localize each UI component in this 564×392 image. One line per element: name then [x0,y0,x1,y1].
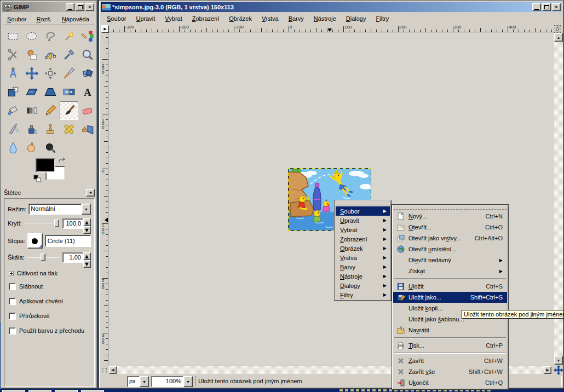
toolbox-menu-npovda[interactable]: Nápověda [57,15,94,24]
tool-zoom-icon[interactable] [78,45,97,64]
brush-name-field[interactable]: Circle (11) [45,235,91,247]
image-menu-obrzek[interactable]: Obrázek [225,14,256,23]
swap-colors-icon[interactable] [57,157,66,165]
scroll-right-icon[interactable]: ▶ [544,366,551,374]
tool-rectangle-select-icon[interactable] [4,27,22,45]
tool-smudge-icon[interactable] [22,139,41,157]
maximize-button[interactable] [542,3,551,11]
mode-select[interactable]: Normální ▼ [28,204,91,215]
context-menu-item-upravit[interactable]: Upravit▶ [336,216,390,225]
checkbox-sl-bnout[interactable]: Slábnout [9,282,92,291]
default-colors-icon[interactable] [33,175,42,183]
tearoff-line[interactable] [336,201,389,205]
tool-blur-icon[interactable] [4,139,22,157]
context-menu-item-nstroje[interactable]: Nástroje▶ [336,272,390,281]
image-menu-upravit[interactable]: Upravit [131,14,159,23]
toolbox-menu-roz[interactable]: Rozš. [32,15,56,24]
taskbar-button[interactable] [2,390,25,392]
file-menu-item-otevt[interactable]: Otevřít...Ctrl+O [393,222,507,233]
checkbox-p-r-stkov-[interactable]: Přírůstkově [9,312,92,320]
tool-eraser-icon[interactable] [78,101,97,120]
file-menu-item-otevtnedvn[interactable]: Otevřít nedávný▶ [393,255,507,266]
file-menu-item-navrtit[interactable]: Navrátit [393,325,507,336]
toolbox-titlebar[interactable]: GIMP × [2,2,95,12]
image-menu-soubor[interactable]: Soubor [102,14,130,23]
scroll-left-icon[interactable]: ◀ [109,366,117,374]
tool-free-select-icon[interactable] [41,27,60,45]
image-menu-vrstva[interactable]: Vrstva [257,14,283,23]
vertical-scrollbar[interactable] [554,42,563,356]
horizontal-ruler[interactable]: -300-200-1000100200300400 [109,25,554,32]
navigation-cross-icon[interactable] [553,365,564,376]
checkbox-box[interactable] [9,283,16,290]
context-menu-item-filtry[interactable]: Filtry▶ [336,290,390,299]
scroll-up-icon[interactable]: ▲ [554,33,563,42]
tool-align-icon[interactable] [41,64,60,83]
chevron-down-icon[interactable]: ▼ [140,376,149,387]
image-menu-barvy[interactable]: Barvy [284,14,308,23]
toolbox-menu-soubor[interactable]: Soubor [3,15,31,24]
image-menu-dialogy[interactable]: Dialogy [342,14,371,23]
file-menu-item-otevtumstn[interactable]: Otevřít umístění... [393,244,507,255]
zoom-follow-toggle-icon[interactable] [554,25,561,33]
tool-perspective-icon[interactable] [41,83,60,101]
tool-gradient-icon[interactable] [22,101,41,120]
taskbar-button[interactable] [28,390,51,392]
image-menu-nstroje[interactable]: Nástroje [309,14,341,23]
file-menu-item-ukonit[interactable]: UkončitCtrl+Q [393,377,507,388]
tool-color-picker-icon[interactable] [60,45,78,64]
tool-select-by-color-icon[interactable] [78,27,97,45]
close-button[interactable]: × [552,3,561,11]
file-menu-item-tisk[interactable]: Tisk...Ctrl+P [393,340,507,351]
scroll-down-icon[interactable]: ▼ [554,356,563,365]
context-menu-item-soubor[interactable]: Soubor▶ [336,206,390,216]
image-menu-filtry[interactable]: Filtry [371,14,393,23]
taskbar-button[interactable] [81,390,104,392]
checkbox-aplikovat-chv-n-[interactable]: Aplikovat chvění [9,297,92,305]
menu-arrow-button[interactable]: ▶ [101,25,109,33]
tool-ellipse-select-icon[interactable] [22,27,41,45]
file-menu-item-uloitjako[interactable]: Uložit jako...Shift+Ctrl+S [393,292,507,303]
tearoff-line[interactable] [394,206,507,210]
file-menu-item-zavtve[interactable]: Zavřít všeShift+Ctrl+W [393,366,507,377]
file-menu-item-uloit[interactable]: UložitCtrl+S [393,281,507,292]
taskbar-button[interactable] [55,390,78,392]
context-menu-item-vrstva[interactable]: Vrstva▶ [336,253,390,262]
file-menu-item-zavt[interactable]: ZavřítCtrl+W [393,355,507,366]
foreground-color-swatch[interactable] [36,158,55,172]
chevron-down-icon[interactable]: ▼ [183,376,193,387]
vertical-ruler[interactable]: -200-1000100200300 [101,33,108,365]
tool-shear-icon[interactable] [22,83,41,101]
opacity-spinner[interactable]: 100,0 ▲▼ [62,218,91,229]
checkbox-box[interactable] [9,327,16,335]
unit-select[interactable]: px ▼ [127,376,149,387]
file-menu-item-otevtjakovrstvy[interactable]: Otevřít jako vrstvy...Ctrl+Alt+O [393,233,507,244]
tool-paintbrush-icon[interactable] [60,101,78,120]
file-menu-item-nov[interactable]: Nový...Ctrl+N [393,211,507,222]
tool-crop-icon[interactable] [60,64,78,83]
image-menu-vybrat[interactable]: Vybrat [160,14,186,23]
quick-mask-toggle-icon[interactable] [101,366,108,374]
minimize-button[interactable] [66,3,74,11]
file-menu-item-zskat[interactable]: Získat▶ [393,266,507,276]
tool-heal-icon[interactable] [60,120,78,139]
tool-clone-icon[interactable] [41,120,60,139]
panel-collapse-button[interactable]: ◄ [86,189,95,197]
tool-move-icon[interactable] [22,64,41,83]
tool-measure-icon[interactable] [4,64,22,83]
tool-paths-icon[interactable] [41,45,60,64]
tool-ink-icon[interactable] [22,120,41,139]
tool-scale-icon[interactable] [4,83,22,101]
tool-scissors-select-icon[interactable] [4,45,22,64]
tool-text-icon[interactable]: A [78,83,97,101]
context-menu-item-dialogy[interactable]: Dialogy▶ [336,281,390,290]
tool-rotate-icon[interactable] [78,64,97,83]
tool-fuzzy-select-icon[interactable] [60,27,78,45]
tool-airbrush-icon[interactable] [4,120,22,139]
chevron-down-icon[interactable]: ▼ [82,204,91,215]
tool-pencil-icon[interactable] [41,101,60,120]
scale-spinner[interactable]: 1,00 ▲▼ [62,252,91,263]
maximize-button[interactable] [76,3,84,11]
context-menu-item-zobrazen[interactable]: Zobrazení▶ [336,234,390,244]
checkbox-pou-t-barvu-z-p-echodu[interactable]: Použít barvu z přechodu [9,326,92,335]
